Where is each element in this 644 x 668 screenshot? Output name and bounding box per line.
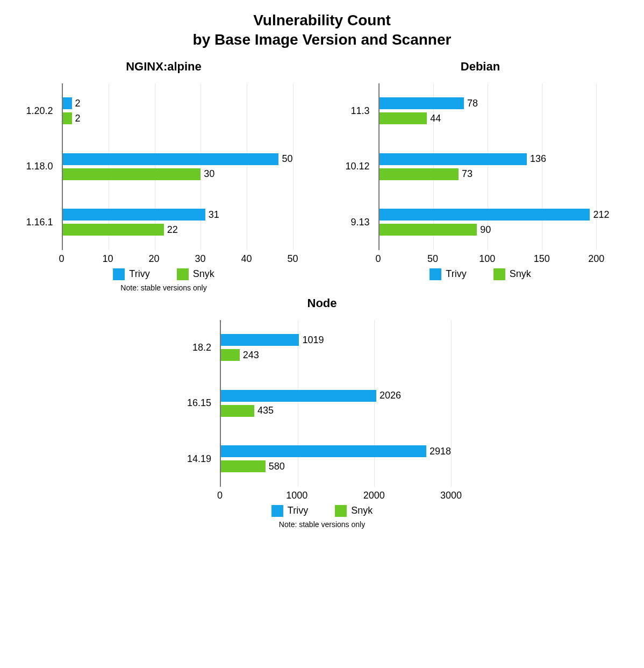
bar-row: 1019 bbox=[221, 334, 451, 346]
bar-group: 1019243 bbox=[221, 320, 451, 375]
bar-row: 50 bbox=[63, 153, 293, 165]
bar-value-label: 435 bbox=[257, 405, 274, 416]
bar-group: 22 bbox=[63, 83, 293, 139]
bar-snyk bbox=[380, 168, 459, 180]
x-tick-label: 200 bbox=[588, 253, 604, 265]
legend-swatch bbox=[177, 268, 189, 280]
bar-snyk bbox=[63, 112, 72, 124]
bar-snyk bbox=[380, 112, 427, 124]
bar-row: 78 bbox=[380, 97, 610, 109]
bar-value-label: 580 bbox=[269, 461, 285, 472]
bar-group: 7844 bbox=[380, 83, 610, 139]
y-category-label: 16.15 bbox=[177, 397, 216, 409]
bar-row: 31 bbox=[63, 209, 293, 221]
bar-value-label: 243 bbox=[243, 350, 259, 361]
chart-subtitle: Node bbox=[307, 296, 337, 310]
bar-value-label: 44 bbox=[430, 113, 441, 124]
x-axis-ticks: 0100020003000 bbox=[220, 489, 451, 503]
legend-swatch bbox=[335, 505, 347, 517]
bar-row: 136 bbox=[380, 153, 610, 165]
bar-row: 44 bbox=[380, 112, 610, 124]
x-tick-label: 20 bbox=[148, 253, 159, 265]
bar-value-label: 31 bbox=[209, 209, 219, 221]
bar-value-label: 2026 bbox=[380, 390, 401, 401]
y-axis-categories: 11.310.129.13 bbox=[335, 83, 374, 250]
y-category-label: 18.2 bbox=[177, 342, 216, 353]
bar-row: 30 bbox=[63, 168, 293, 180]
plot-area: 1.20.21.18.01.16.1225030312201020304050 bbox=[19, 78, 309, 266]
bar-row: 90 bbox=[380, 224, 610, 236]
bar-group: 2918580 bbox=[221, 431, 451, 486]
bar-row: 2026 bbox=[221, 390, 451, 402]
chart-note: Note: stable versions only bbox=[120, 283, 206, 292]
bar-trivy bbox=[63, 97, 72, 109]
bar-row: 212 bbox=[380, 209, 610, 221]
legend-item-snyk: Snyk bbox=[493, 268, 531, 280]
bar-value-label: 136 bbox=[530, 153, 546, 165]
chart-subtitle: NGINX:alpine bbox=[126, 60, 202, 74]
bar-value-label: 73 bbox=[462, 168, 473, 180]
bar-value-label: 78 bbox=[467, 98, 478, 109]
bar-snyk bbox=[221, 460, 266, 472]
bar-trivy bbox=[380, 97, 464, 109]
legend-label: Snyk bbox=[351, 505, 373, 516]
legend-item-trivy: Trivy bbox=[430, 268, 466, 280]
bar-trivy bbox=[63, 209, 205, 221]
y-category-label: 1.20.2 bbox=[19, 105, 58, 117]
chart-legend: TrivySnyk bbox=[430, 268, 531, 280]
bar-row: 2 bbox=[63, 112, 293, 124]
plot-area: 11.310.129.1378441367321290050100150200 bbox=[335, 78, 626, 266]
chart-main-title: Vulnerability Count by Base Image Versio… bbox=[11, 11, 633, 50]
bar-group: 5030 bbox=[63, 139, 293, 194]
charts-row-top: NGINX:alpine1.20.21.18.01.16.12250303122… bbox=[11, 55, 633, 292]
title-line-1: Vulnerability Count bbox=[253, 12, 391, 29]
title-line-2: by Base Image Version and Scanner bbox=[193, 31, 452, 48]
bar-row: 435 bbox=[221, 405, 451, 417]
x-tick-label: 50 bbox=[427, 253, 438, 265]
y-axis-categories: 1.20.21.18.01.16.1 bbox=[19, 83, 58, 250]
bar-group: 13673 bbox=[380, 139, 610, 194]
legend-label: Trivy bbox=[446, 268, 466, 280]
bar-snyk bbox=[63, 168, 201, 180]
charts-row-bottom: Node18.216.1514.191019243202643529185800… bbox=[11, 292, 633, 529]
chart-subtitle: Debian bbox=[461, 60, 500, 74]
x-tick-label: 100 bbox=[479, 253, 495, 265]
grid-line bbox=[451, 320, 452, 487]
legend-item-trivy: Trivy bbox=[113, 268, 149, 280]
grid-line bbox=[293, 83, 294, 250]
x-tick-label: 0 bbox=[59, 253, 64, 265]
y-category-label: 1.16.1 bbox=[19, 217, 58, 228]
x-tick-label: 50 bbox=[287, 253, 298, 265]
bar-value-label: 2 bbox=[75, 98, 81, 109]
x-tick-label: 0 bbox=[217, 490, 223, 501]
y-category-label: 1.18.0 bbox=[19, 161, 58, 172]
bar-value-label: 22 bbox=[167, 224, 178, 236]
legend-swatch bbox=[430, 268, 441, 280]
bar-row: 580 bbox=[221, 460, 451, 472]
y-category-label: 9.13 bbox=[335, 217, 374, 228]
legend-label: Trivy bbox=[288, 505, 308, 516]
chart-node: Node18.216.1514.191019243202643529185800… bbox=[161, 292, 483, 529]
x-tick-label: 40 bbox=[241, 253, 252, 265]
bar-row: 243 bbox=[221, 349, 451, 361]
x-tick-label: 3000 bbox=[440, 490, 462, 501]
bar-row: 2 bbox=[63, 97, 293, 109]
bar-value-label: 50 bbox=[282, 153, 292, 165]
legend-label: Snyk bbox=[510, 268, 531, 280]
chart-legend: TrivySnyk bbox=[271, 505, 373, 517]
bar-trivy bbox=[380, 209, 590, 221]
bar-value-label: 1019 bbox=[302, 335, 324, 346]
legend-label: Trivy bbox=[129, 268, 149, 280]
y-category-label: 10.12 bbox=[335, 161, 374, 172]
y-category-label: 14.19 bbox=[177, 453, 216, 465]
x-tick-label: 1000 bbox=[286, 490, 307, 501]
legend-swatch bbox=[113, 268, 125, 280]
x-tick-label: 30 bbox=[195, 253, 205, 265]
chart-grid: 78441367321290 bbox=[378, 83, 610, 250]
plot-area: 18.216.1514.1910192432026435291858001000… bbox=[177, 315, 467, 503]
bar-group: 3122 bbox=[63, 194, 293, 250]
x-tick-label: 0 bbox=[375, 253, 381, 265]
bar-value-label: 2 bbox=[75, 113, 81, 124]
bar-row: 22 bbox=[63, 224, 293, 236]
legend-label: Snyk bbox=[193, 268, 214, 280]
